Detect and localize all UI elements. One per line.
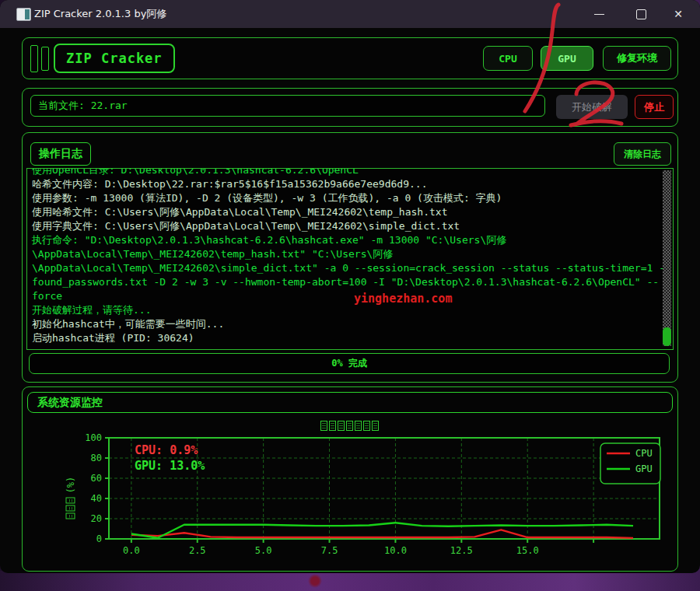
cpu-mode-button[interactable]: CPU	[483, 46, 533, 71]
x-tick-label: 10.0	[384, 545, 407, 556]
log-line: 使用参数: -m 13000 (算法ID), -D 2 (设备类型), -w 3…	[32, 191, 673, 205]
chart-annotation: GPU: 13.0%	[135, 459, 205, 473]
gpu-mode-button[interactable]: GPU	[541, 46, 593, 71]
log-line: 使用哈希文件: C:\Users\阿修\AppData\Local\Temp\_…	[32, 205, 673, 219]
repair-env-button[interactable]: 修复环境	[603, 46, 671, 71]
x-tick-label: 0.0	[123, 545, 140, 556]
x-tick-label: 15.0	[516, 545, 539, 556]
progress-bar: 0% 完成	[29, 353, 670, 374]
x-tick-label: 12.5	[450, 545, 473, 556]
log-scrollbar[interactable]	[663, 170, 671, 346]
file-section: 当前文件: 22.rar 开始破解 停止	[22, 88, 678, 127]
log-line: 哈希文件内容: D:\Desktop\22.rar:$rar5$16$f15a1…	[32, 177, 673, 191]
log-section: 操作日志 清除日志 使用OpenCL目录: D:\Desktop\2.0.1.3…	[22, 132, 678, 383]
log-output[interactable]: 使用OpenCL目录: D:\Desktop\2.0.1.3\hashcat-6…	[26, 168, 674, 350]
close-button[interactable]: ✕	[663, 0, 694, 28]
chart-annotation: CPU: 0.9%	[135, 443, 198, 457]
log-line: 执行命令: "D:\Desktop\2.0.1.3\hashcat-6.2.6\…	[32, 233, 673, 247]
log-line: 使用字典文件: C:\Users\阿修\AppData\Local\Temp\_…	[32, 219, 673, 233]
log-line: 使用OpenCL目录: D:\Desktop\2.0.1.3\hashcat-6…	[32, 168, 673, 177]
y-tick-label: 20	[91, 513, 102, 524]
log-scrollbar-thumb[interactable]	[663, 327, 671, 346]
log-line: \AppData\Local\Temp\_MEI242602\temp_hash…	[32, 247, 673, 261]
y-tick-label: 60	[91, 473, 102, 484]
y-tick-label: 0	[96, 533, 102, 544]
brand-badge: ZIP Cracker	[54, 44, 175, 73]
series-line-cpu	[131, 530, 633, 538]
resource-usage-chart: 0.02.55.07.510.012.515.0020406080100CPU:…	[22, 418, 678, 573]
clear-log-button[interactable]: 清除日志	[614, 142, 671, 166]
y-tick-label: 40	[91, 493, 102, 504]
log-line: \AppData\Local\Temp\_MEI242602\simple_di…	[32, 261, 673, 275]
y-tick-label: 100	[85, 432, 102, 443]
stop-button[interactable]: 停止	[635, 95, 674, 119]
log-line: 开始破解过程，请等待...	[32, 303, 673, 317]
desktop-background	[0, 571, 700, 591]
x-tick-label: 7.5	[321, 545, 338, 556]
log-line: 初始化hashcat中，可能需要一些时间...	[32, 317, 673, 331]
minimize-button[interactable]	[583, 0, 614, 28]
log-line: force	[32, 289, 673, 303]
window-title: ZIP Cracker 2.0.1.3 by阿修	[34, 7, 166, 21]
header-section: ZIP Cracker CPU GPU 修复环境	[22, 37, 678, 79]
monitor-label-box: 系统资源监控	[27, 392, 673, 413]
log-section-label: 操作日志	[30, 142, 91, 166]
maximize-button[interactable]	[625, 0, 656, 28]
titlebar[interactable]: ZIP Cracker 2.0.1.3 by阿修 ✕	[0, 0, 700, 28]
minimize-icon	[594, 14, 604, 15]
logo-icon	[30, 45, 49, 72]
watermark-text: yinghezhan.com	[354, 292, 452, 306]
y-tick-label: 80	[91, 453, 102, 463]
maximize-icon	[636, 9, 646, 19]
current-file-field[interactable]: 当前文件: 22.rar	[30, 95, 545, 117]
close-icon: ✕	[674, 8, 683, 20]
log-line: found_passwords.txt -D 2 -w 3 -v --hwmon…	[32, 275, 673, 289]
legend-label: CPU	[635, 448, 653, 459]
x-tick-label: 2.5	[189, 545, 206, 556]
log-line: 启动hashcat进程 (PID: 30624)	[32, 331, 673, 345]
app-icon	[16, 8, 31, 21]
x-tick-label: 5.0	[255, 545, 272, 556]
legend-label: GPU	[635, 463, 653, 474]
start-crack-button[interactable]: 开始破解	[556, 95, 628, 119]
log-lines: 使用OpenCL目录: D:\Desktop\2.0.1.3\hashcat-6…	[32, 168, 673, 345]
app-window: ZIP Cracker 2.0.1.3 by阿修 ✕ ZIP Cracker C…	[0, 0, 700, 573]
monitor-section-label: 系统资源监控	[37, 396, 103, 410]
